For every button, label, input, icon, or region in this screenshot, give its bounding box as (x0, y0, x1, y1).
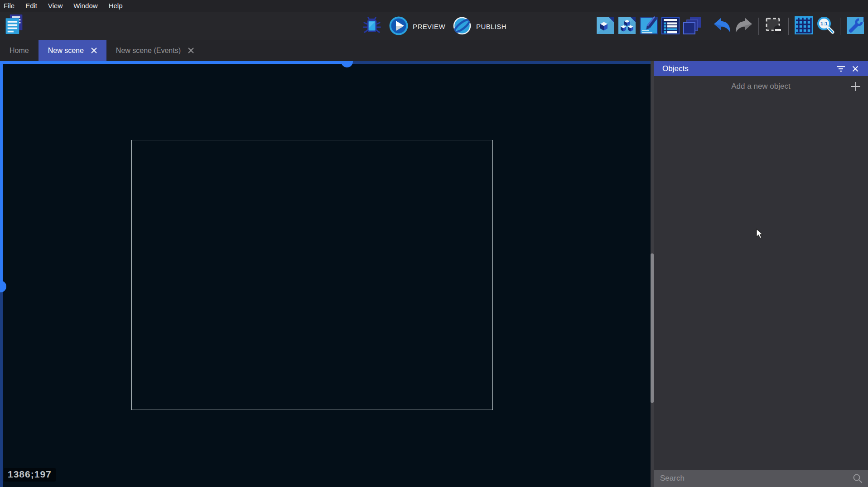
tab-new-scene-events[interactable]: New scene (Events) (106, 40, 203, 61)
zoom-1-1-icon: 1:1 (815, 15, 835, 37)
filter-icon[interactable] (834, 63, 848, 75)
grid-button[interactable] (793, 16, 814, 36)
cursor-coordinates-badge: 1386;197 (4, 468, 56, 482)
plus-icon[interactable] (849, 80, 862, 93)
toolbar-right-group: 1:1 (595, 16, 865, 36)
tab-bar: Home New scene New scene (Events) (0, 40, 868, 61)
object-groups-editor-icon (617, 15, 637, 37)
project-manager-button[interactable] (4, 15, 24, 35)
tab-home-label: Home (10, 47, 29, 55)
publish-label: PUBLISH (476, 23, 506, 30)
menu-help[interactable]: Help (103, 1, 128, 11)
search-icon[interactable] (853, 473, 863, 483)
tab-home[interactable]: Home (0, 40, 39, 61)
toolbar-separator (840, 18, 840, 35)
scene-properties-button[interactable] (638, 16, 659, 36)
objects-editor-icon (595, 15, 615, 37)
scene-properties-pencil-icon (639, 15, 659, 37)
menu-view[interactable]: View (43, 1, 68, 11)
objects-search-bar (654, 470, 868, 487)
objects-editor-button[interactable] (595, 16, 615, 36)
grid-icon (794, 15, 814, 37)
object-groups-editor-button[interactable] (617, 16, 637, 36)
objects-list-empty-area[interactable] (654, 97, 868, 470)
undo-button[interactable] (712, 16, 732, 36)
add-object-row[interactable]: Add a new object (654, 76, 868, 97)
tab-new-scene-label: New scene (48, 47, 84, 55)
debugger-button[interactable] (362, 16, 382, 37)
tab-new-scene[interactable]: New scene (39, 40, 106, 61)
horizontal-scrollbar[interactable] (0, 61, 347, 64)
horizontal-scrollbar-track[interactable] (347, 61, 651, 64)
redo-button[interactable] (733, 16, 754, 36)
svg-text:1:1: 1:1 (820, 21, 828, 26)
scene-canvas[interactable]: 1386;197 (0, 61, 651, 487)
menu-window[interactable]: Window (68, 1, 103, 11)
objects-panel: Objects Add a new object (654, 61, 868, 487)
toolbar-center-group: PREVIEW PUBLISH (362, 16, 506, 37)
vertical-scrollbar-thumb[interactable] (0, 281, 6, 292)
instances-list-icon (661, 15, 680, 37)
preview-button[interactable]: PREVIEW (389, 16, 445, 37)
debugger-icon (362, 16, 382, 38)
toolbar-separator (788, 18, 789, 35)
menu-edit[interactable]: Edit (20, 1, 43, 11)
panel-splitter[interactable] (651, 61, 654, 487)
objects-panel-header: Objects (654, 61, 868, 76)
preview-label: PREVIEW (413, 23, 445, 30)
deselect-all-button[interactable] (763, 16, 784, 36)
setup-tools-button[interactable] (845, 16, 865, 36)
project-manager-icon (4, 14, 24, 37)
tab-new-scene-events-label: New scene (Events) (116, 47, 181, 55)
main-toolbar: PREVIEW PUBLISH (0, 12, 868, 40)
close-tab-icon[interactable] (188, 48, 194, 53)
menu-bar: File Edit View Window Help (0, 0, 868, 12)
horizontal-scrollbar-thumb[interactable] (341, 61, 353, 67)
deselect-all-icon (764, 15, 784, 37)
undo-icon (712, 15, 732, 37)
vertical-scrollbar[interactable] (0, 61, 3, 286)
close-tab-icon[interactable] (91, 48, 97, 53)
close-panel-icon[interactable] (848, 63, 863, 75)
publish-globe-icon (452, 16, 472, 37)
setup-wrench-icon (845, 15, 865, 37)
publish-button[interactable]: PUBLISH (452, 16, 506, 37)
add-object-label[interactable]: Add a new object (654, 82, 868, 91)
instances-list-button[interactable] (660, 16, 680, 36)
vertical-scrollbar-track[interactable] (0, 286, 3, 487)
search-input[interactable] (659, 473, 853, 483)
toolbar-separator (758, 18, 759, 35)
panel-splitter-thumb[interactable] (651, 253, 654, 403)
toolbar-separator (707, 18, 707, 35)
objects-panel-title: Objects (662, 64, 834, 73)
redo-icon (734, 15, 754, 37)
menu-file[interactable]: File (4, 1, 20, 11)
layers-editor-icon (682, 15, 702, 37)
preview-play-icon (389, 16, 409, 37)
scene-window-frame (131, 140, 493, 410)
zoom-original-button[interactable]: 1:1 (815, 16, 835, 36)
layers-editor-button[interactable] (682, 16, 702, 36)
